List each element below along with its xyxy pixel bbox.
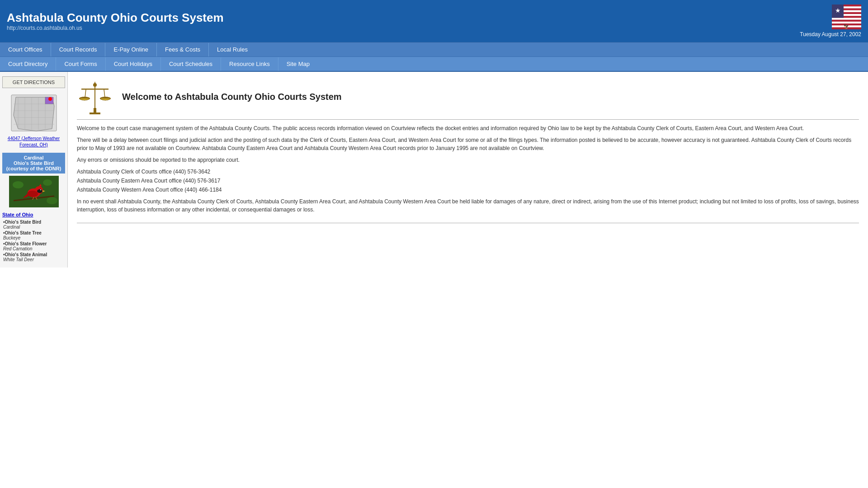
cardinal-box: Cardinal Ohio's State Bird (courtesy of … <box>2 153 65 174</box>
svg-marker-48 <box>94 81 96 84</box>
nav-court-forms[interactable]: Court Forms <box>56 57 105 71</box>
date-display: Tuesday August 27, 2002 <box>800 31 861 38</box>
bottom-divider <box>77 223 859 223</box>
nav-court-records[interactable]: Court Records <box>51 42 105 56</box>
ohio-fact-item: •Ohio's State FlowerRed Carnation <box>2 241 65 251</box>
svg-line-44 <box>104 89 105 98</box>
content-divider <box>77 119 859 120</box>
cardinal-title: Cardinal <box>5 155 63 160</box>
cardinal-bird-image <box>9 176 59 207</box>
contacts-block: Ashtabula County Clerk of Courts office … <box>77 168 859 194</box>
nav-resource-links[interactable]: Resource Links <box>221 57 278 71</box>
nav-local-rules[interactable]: Local Rules <box>209 42 256 56</box>
nav-bottom-bar: Court Directory Court Forms Court Holida… <box>0 56 868 72</box>
nav-court-holidays[interactable]: Court Holidays <box>106 57 160 71</box>
main-content-area: Welcome to Ashtabula County Ohio Courts … <box>68 72 868 267</box>
svg-point-36 <box>13 181 24 188</box>
nav-court-offices[interactable]: Court Offices <box>0 42 51 56</box>
paragraph-1: Welcome to the court case management sys… <box>77 124 859 132</box>
liability-paragraph: In no event shall Ashtabula County, the … <box>77 197 859 214</box>
svg-point-37 <box>43 179 52 186</box>
svg-rect-40 <box>90 113 100 114</box>
svg-point-22 <box>48 97 52 101</box>
nav-site-map[interactable]: Site Map <box>278 57 318 71</box>
page-header: Ashtabula County Ohio Courts System http… <box>0 0 868 42</box>
ohio-map-image <box>9 93 59 133</box>
nav-top-bar: Court Offices Court Records E-Pay Online… <box>0 42 868 56</box>
main-layout: GET DIRECTIONS <box>0 72 868 267</box>
nav-epay-online[interactable]: E-Pay Online <box>105 42 156 56</box>
nav-court-directory[interactable]: Court Directory <box>0 57 56 71</box>
svg-point-28 <box>37 189 42 193</box>
welcome-title: Welcome to Ashtabula County Ohio Courts … <box>122 92 342 102</box>
site-title: Ashtabula County Ohio Courts System <box>7 11 224 25</box>
nav-fees-costs[interactable]: Fees & Costs <box>157 42 208 56</box>
cardinal-subtitle: Ohio's State Bird <box>5 160 63 166</box>
welcome-body: Welcome to the court case management sys… <box>77 124 859 214</box>
state-of-ohio-link[interactable]: State of Ohio <box>2 212 65 217</box>
svg-rect-5 <box>832 22 861 23</box>
header-right: ★ 🦅 Tuesday August 27, 2002 <box>800 5 861 38</box>
sidebar: GET DIRECTIONS <box>0 72 68 267</box>
cardinal-credit: (courtesy of the ODNR) <box>5 166 63 171</box>
site-url: http://courts.co.ashtabula.oh.us <box>7 25 224 31</box>
svg-line-43 <box>85 89 86 98</box>
header-title-block: Ashtabula County Ohio Courts System http… <box>7 11 224 31</box>
svg-point-31 <box>40 189 41 190</box>
ohio-facts-list: •Ohio's State BirdCardinal•Ohio's State … <box>2 220 65 262</box>
contact-2: Ashtabula County Eastern Area Court offi… <box>77 177 859 185</box>
contact-1: Ashtabula County Clerk of Courts office … <box>77 168 859 176</box>
svg-point-38 <box>47 197 57 204</box>
scales-of-justice-icon <box>77 79 113 115</box>
contact-3: Ashtabula County Western Area Court offi… <box>77 186 859 194</box>
ohio-fact-item: •Ohio's State AnimalWhite Tail Deer <box>2 252 65 262</box>
weather-forecast-link[interactable]: 44047 (Jefferson Weather Forecast, OH) <box>2 136 65 148</box>
paragraph-2: There will be a delay between court fili… <box>77 136 859 152</box>
svg-text:★: ★ <box>835 7 841 14</box>
svg-text:🦅: 🦅 <box>844 23 849 29</box>
svg-rect-4 <box>832 18 861 19</box>
svg-rect-42 <box>81 89 108 90</box>
svg-point-32 <box>27 191 38 197</box>
paragraph-3: Any errors or omissions should be report… <box>77 156 859 164</box>
us-flag-icon: ★ 🦅 <box>832 5 861 29</box>
welcome-header: Welcome to Ashtabula County Ohio Courts … <box>77 79 859 115</box>
nav-court-schedules[interactable]: Court Schedules <box>161 57 221 71</box>
ohio-fact-item: •Ohio's State BirdCardinal <box>2 220 65 230</box>
ohio-fact-item: •Ohio's State TreeBuckeye <box>2 230 65 240</box>
get-directions-button[interactable]: GET DIRECTIONS <box>2 76 65 88</box>
